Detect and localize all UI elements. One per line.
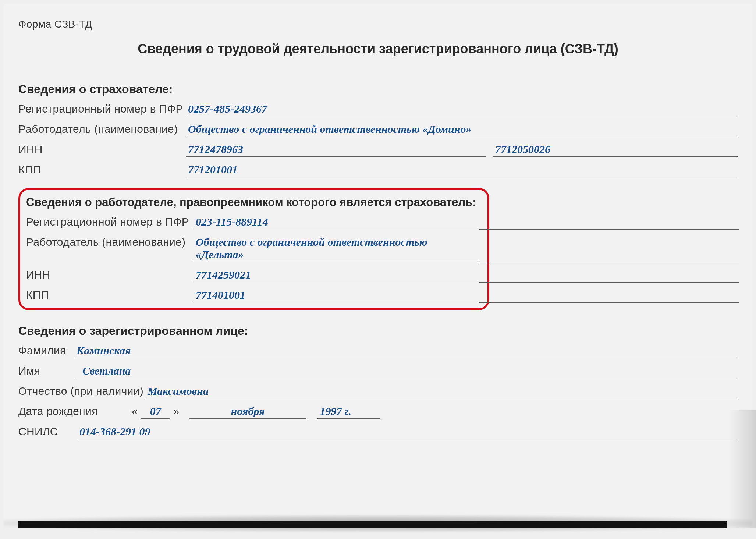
predecessor-heading: Сведения о работодателе, правопреемником…	[26, 196, 479, 209]
predecessor-reg-no-row: Регистрационной номер в ПФР 023-115-8891…	[26, 216, 479, 229]
quote-open: «	[129, 405, 141, 418]
predecessor-inn-label: ИНН	[26, 269, 194, 281]
insurer-reg-no-label: Регистрационный номер в ПФР	[18, 103, 186, 115]
predecessor-reg-no-value: 023-115-889114	[194, 216, 479, 229]
insurer-kpp-label: КПП	[18, 163, 186, 176]
predecessor-reg-no-label: Регистрационной номер в ПФР	[26, 216, 194, 228]
person-dob-row: Дата рождения « 07 » ноября 1997 г.	[18, 405, 738, 419]
insurer-kpp-row: КПП 771201001	[18, 163, 738, 177]
predecessor-kpp-value: 771401001	[194, 289, 479, 302]
person-snils-label: СНИЛС	[18, 425, 77, 438]
form-code: Форма СЗВ-ТД	[18, 18, 738, 30]
person-snils-row: СНИЛС 014-368-291 09	[18, 425, 738, 439]
insurer-section: Сведения о страхователе: Регистрационный…	[18, 82, 738, 177]
person-patronymic-row: Отчество (при наличии) Максимовна	[18, 385, 738, 398]
insurer-inn-label: ИНН	[18, 143, 186, 156]
predecessor-inn-value: 7714259021	[194, 269, 479, 282]
person-surname-row: Фамилия Каминская	[18, 344, 738, 358]
insurer-inn-value: 7712478963	[186, 143, 486, 157]
quote-close: »	[170, 405, 182, 418]
predecessor-employer-row: Работодатель (наименование) Общество с о…	[26, 236, 479, 262]
insurer-reg-no-value: 0257-485-249367	[186, 103, 738, 116]
person-heading: Сведения о зарегистрированном лице:	[18, 324, 738, 338]
person-name-row: Имя Светлана	[18, 365, 738, 378]
insurer-inn-row: ИНН 7712478963 7712050026	[18, 143, 738, 157]
person-snils-value: 014-368-291 09	[77, 425, 738, 439]
insurer-reg-no-row: Регистрационный номер в ПФР 0257-485-249…	[18, 103, 738, 116]
form-title: Сведения о трудовой деятельности зарегис…	[18, 41, 738, 57]
person-name-value: Светлана	[74, 365, 738, 378]
insurer-kpp-value: 771201001	[186, 163, 738, 177]
person-patronymic-value: Максимовна	[145, 385, 738, 398]
predecessor-employer-value: Общество с ограниченной ответственностью…	[194, 236, 479, 262]
predecessor-employer-label: Работодатель (наименование)	[26, 236, 194, 248]
insurer-employer-row: Работодатель (наименование) Общество с о…	[18, 123, 738, 136]
person-patronymic-label: Отчество (при наличии)	[18, 385, 145, 397]
person-surname-label: Фамилия	[18, 344, 74, 357]
insurer-heading: Сведения о страхователе:	[18, 82, 738, 96]
person-dob-label: Дата рождения	[18, 405, 129, 418]
person-name-label: Имя	[18, 365, 74, 377]
predecessor-kpp-label: КПП	[26, 289, 194, 301]
person-section: Сведения о зарегистрированном лице: Фами…	[18, 324, 738, 439]
predecessor-kpp-row: КПП 771401001	[26, 289, 479, 302]
predecessor-inn-row: ИНН 7714259021	[26, 269, 479, 282]
person-dob-day: 07	[141, 405, 170, 419]
person-dob-month: ноября	[189, 405, 306, 419]
szv-td-form-sheet: Форма СЗВ-ТД Сведения о трудовой деятель…	[4, 4, 752, 519]
predecessor-highlight-frame: Сведения о работодателе, правопреемником…	[18, 188, 489, 310]
insurer-inn-second-value: 7712050026	[493, 143, 738, 157]
insurer-employer-value: Общество с ограниченной ответственностью…	[186, 123, 738, 136]
insurer-employer-label: Работодатель (наименование)	[18, 123, 186, 135]
person-surname-value: Каминская	[74, 344, 738, 358]
page-foot-dark-bar	[18, 521, 727, 528]
person-dob-year: 1997 г.	[317, 405, 380, 419]
